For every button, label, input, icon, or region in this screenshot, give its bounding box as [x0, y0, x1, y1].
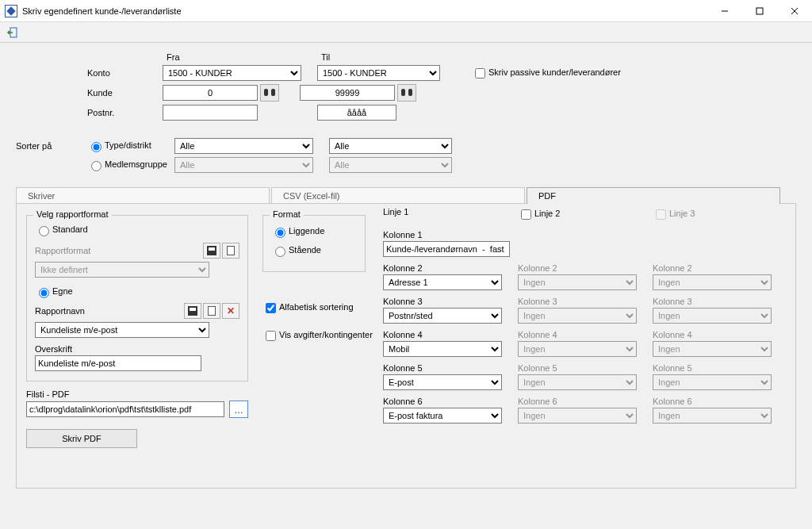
- type-fra-select[interactable]: Alle: [174, 138, 313, 154]
- filsti-input[interactable]: [26, 401, 224, 417]
- radio-staende[interactable]: Stående: [271, 245, 321, 255]
- l3-kolonne4-label: Kolonne 4: [653, 330, 779, 339]
- radio-type-distrikt[interactable]: Type/distrikt: [87, 140, 174, 152]
- skriv-pdf-button[interactable]: Skriv PDF: [26, 429, 137, 448]
- exit-icon[interactable]: [5, 25, 21, 40]
- radio-egne[interactable]: Egne: [35, 286, 73, 296]
- check-linje3: Linje 3: [653, 207, 779, 222]
- label-rapportnavn: Rapportnavn: [35, 306, 182, 316]
- medlem-fra-select: Alle: [174, 157, 313, 173]
- l1-kolonne3-select[interactable]: Postnr/sted: [383, 308, 502, 324]
- l3-kolonne3-label: Kolonne 3: [653, 297, 779, 306]
- l3-kolonne6-label: Kolonne 6: [653, 397, 779, 406]
- group-format: Format Liggende Stående: [262, 215, 366, 272]
- l2-kolonne4-label: Kolonne 4: [518, 330, 645, 339]
- rapportnavn-new-button[interactable]: [203, 303, 220, 319]
- rapportnavn-delete-button[interactable]: ✕: [222, 303, 239, 319]
- l2-kolonne2-label: Kolonne 2: [518, 263, 645, 273]
- l3-kolonne5-label: Kolonne 5: [653, 363, 779, 373]
- l3-kolonne2-select: Ingen: [653, 274, 772, 290]
- check-alfabetisk[interactable]: Alfabetisk sortering: [262, 302, 354, 312]
- minimize-button[interactable]: [707, 0, 742, 22]
- l2-kolonne4-select: Ingen: [518, 341, 637, 357]
- l1-kolonne4-select[interactable]: Mobil: [383, 341, 502, 357]
- postnr-fra-input[interactable]: [163, 105, 258, 121]
- label-overskrift: Overskrift: [35, 344, 239, 354]
- overskrift-input[interactable]: [35, 355, 201, 371]
- binoculars-icon: [401, 89, 412, 97]
- tab-csv[interactable]: CSV (Excel-fil): [271, 187, 525, 204]
- l2-kolonne3-select: Ingen: [518, 308, 637, 324]
- konto-til-select[interactable]: 1500 - KUNDER: [317, 65, 440, 81]
- label-kolonne1: Kolonne 1: [383, 230, 787, 240]
- l3-kolonne2-label: Kolonne 2: [653, 263, 779, 273]
- l1-kolonne2-label: Kolonne 2: [383, 263, 510, 273]
- l2-kolonne3-label: Kolonne 3: [518, 297, 645, 306]
- l2-kolonne6-select: Ingen: [518, 408, 637, 424]
- save-icon: [207, 246, 216, 255]
- tab-skriver[interactable]: Skriver: [16, 187, 270, 204]
- postnr-til-input[interactable]: [317, 105, 396, 121]
- label-konto: Konto: [87, 68, 163, 78]
- konto-fra-select[interactable]: 1500 - KUNDER: [163, 65, 301, 81]
- medlem-til-select: Alle: [329, 157, 452, 173]
- l3-kolonne5-select: Ingen: [653, 374, 772, 390]
- type-til-select[interactable]: Alle: [329, 138, 452, 154]
- label-linje1: Linje 1: [383, 207, 510, 222]
- rapportformat-select: Ikke definert: [35, 262, 209, 278]
- l1-kolonne3-label: Kolonne 3: [383, 297, 510, 306]
- title-bar: Skriv egendefinert kunde-/leverandørlist…: [0, 0, 812, 22]
- kolonne1-input: [383, 241, 510, 257]
- radio-medlemsgruppe[interactable]: Medlemsgruppe: [87, 159, 174, 171]
- radio-liggende[interactable]: Liggende: [271, 226, 324, 236]
- group-velg-rapportformat: Velg rapportformat Standard Rapportforma…: [26, 215, 248, 381]
- l3-kolonne4-select: Ingen: [653, 341, 772, 357]
- check-vis-avgifter[interactable]: Vis avgifter/kontingenter: [262, 330, 373, 339]
- tab-strip: Skriver CSV (Excel-fil) PDF: [16, 184, 796, 203]
- toolbar: [0, 22, 812, 43]
- l1-kolonne5-select[interactable]: E-post: [383, 374, 502, 390]
- label-sorter-pa: Sorter på: [16, 141, 79, 151]
- kunde-fra-lookup-button[interactable]: [260, 84, 279, 102]
- l2-kolonne5-select: Ingen: [518, 374, 637, 390]
- kunde-fra-input[interactable]: [163, 85, 258, 101]
- kunde-til-lookup-button[interactable]: [397, 84, 416, 102]
- l1-kolonne4-label: Kolonne 4: [383, 330, 510, 339]
- main-content: Fra Til Konto 1500 - KUNDER 1500 - KUNDE…: [0, 43, 812, 498]
- window-title: Skriv egendefinert kunde-/leverandørlist…: [22, 6, 707, 16]
- l2-kolonne6-label: Kolonne 6: [518, 397, 645, 406]
- l1-kolonne2-select[interactable]: Adresse 1: [383, 274, 502, 290]
- rapportnavn-save-button[interactable]: [184, 303, 201, 319]
- app-icon: [5, 5, 17, 17]
- l1-kolonne6-label: Kolonne 6: [383, 397, 510, 406]
- page-icon: [227, 246, 235, 255]
- svg-rect-1: [756, 8, 763, 14]
- label-postnr: Postnr.: [87, 108, 163, 117]
- radio-standard[interactable]: Standard: [35, 224, 88, 234]
- skriv-passive-check[interactable]: Skriv passive kunder/leverandører: [472, 66, 621, 81]
- rapportformat-save-button[interactable]: [203, 243, 220, 259]
- l1-kolonne6-select[interactable]: E-post faktura: [383, 408, 502, 424]
- label-rapportformat: Rapportformat: [35, 246, 201, 255]
- l1-kolonne5-label: Kolonne 5: [383, 363, 510, 373]
- label-filsti-pdf: Filsti - PDF: [26, 389, 248, 399]
- kunde-til-input[interactable]: [300, 85, 395, 101]
- l2-kolonne2-select: Ingen: [518, 274, 637, 290]
- maximize-button[interactable]: [742, 0, 777, 22]
- rapportnavn-select[interactable]: Kundeliste m/e-post: [35, 322, 209, 338]
- tab-pdf[interactable]: PDF: [527, 187, 780, 204]
- save-icon: [188, 306, 197, 316]
- rapportformat-new-button[interactable]: [222, 243, 239, 259]
- check-linje2[interactable]: Linje 2: [518, 207, 645, 222]
- l3-kolonne6-select: Ingen: [653, 408, 772, 424]
- header-til: Til: [321, 52, 330, 62]
- l3-kolonne3-select: Ingen: [653, 308, 772, 324]
- tab-body-pdf: Velg rapportformat Standard Rapportforma…: [16, 203, 796, 489]
- filsti-browse-button[interactable]: ...: [229, 401, 248, 418]
- label-kunde: Kunde: [87, 88, 163, 98]
- page-icon: [208, 306, 216, 316]
- binoculars-icon: [264, 89, 275, 97]
- close-button[interactable]: [777, 0, 812, 22]
- header-fra: Fra: [167, 52, 180, 62]
- l2-kolonne5-label: Kolonne 5: [518, 363, 645, 373]
